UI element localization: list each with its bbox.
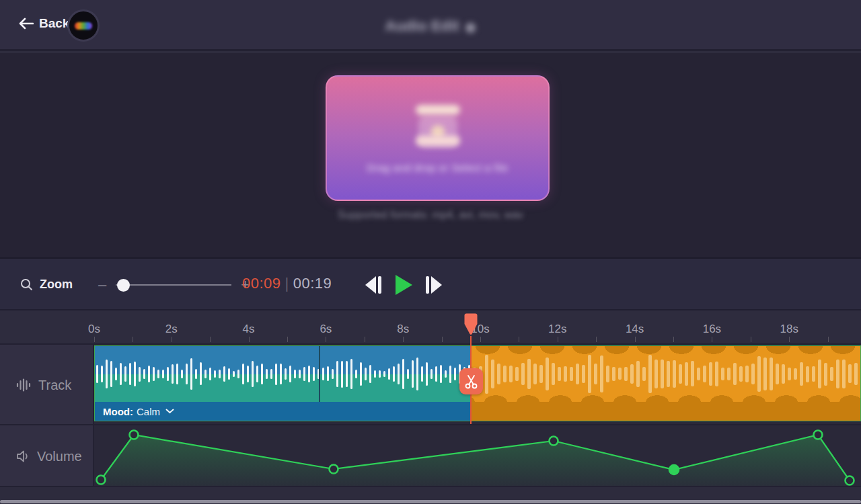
upload-icon-base bbox=[416, 136, 460, 146]
volume-point[interactable] bbox=[846, 476, 854, 485]
waveform-bar bbox=[806, 366, 809, 382]
clip-segment-calm[interactable]: Mood: Calm bbox=[95, 346, 472, 421]
ruler-tick bbox=[287, 337, 288, 342]
waveform-bar bbox=[757, 356, 761, 392]
waveform-bar bbox=[703, 366, 706, 383]
horizontal-scrollbar[interactable] bbox=[0, 500, 861, 503]
waveform-bar bbox=[369, 365, 371, 383]
step-forward-button[interactable] bbox=[426, 276, 442, 294]
waveform-bar bbox=[527, 359, 531, 389]
track-waveform-icon bbox=[16, 378, 32, 392]
clip-segment-new[interactable] bbox=[472, 346, 861, 421]
waveform-bar bbox=[552, 363, 555, 386]
volume-point[interactable] bbox=[814, 431, 823, 439]
waveform-bar bbox=[515, 367, 519, 381]
mood-value: Calm bbox=[137, 406, 160, 417]
waveform-bar bbox=[374, 370, 376, 378]
waveform-bar bbox=[233, 371, 235, 377]
logo-rainbow-icon bbox=[75, 22, 92, 30]
volume-point[interactable] bbox=[669, 465, 679, 474]
zoom-slider-knob[interactable] bbox=[117, 279, 130, 292]
clip-segment-divider[interactable] bbox=[319, 346, 320, 402]
waveform-bar bbox=[110, 361, 112, 386]
waveform-bar bbox=[594, 364, 597, 384]
volume-point[interactable] bbox=[550, 437, 558, 446]
waveform-bar bbox=[491, 360, 494, 388]
app-logo[interactable] bbox=[67, 9, 100, 42]
ruler-label: 0s bbox=[88, 323, 100, 336]
waveform-bar bbox=[383, 371, 385, 377]
waveform-bar bbox=[503, 366, 507, 382]
volume-envelope[interactable] bbox=[0, 425, 861, 487]
play-icon bbox=[395, 275, 412, 295]
waveform-bar bbox=[106, 360, 108, 388]
ruler-tick bbox=[326, 337, 326, 342]
step-back-button[interactable] bbox=[365, 276, 381, 294]
upload-dropzone[interactable]: Drag and drop or Select a file bbox=[326, 75, 550, 201]
waveform-bar bbox=[733, 363, 737, 386]
waveform-bar bbox=[181, 370, 183, 378]
waveform-bar bbox=[299, 370, 301, 379]
waveform-bar bbox=[393, 366, 395, 382]
waveform-bar bbox=[190, 358, 192, 390]
mood-dropdown[interactable]: Mood: Calm bbox=[95, 402, 472, 421]
waveform-bar bbox=[96, 365, 98, 382]
waveform-bar bbox=[533, 364, 537, 384]
ruler-tick bbox=[480, 337, 481, 342]
waveform-teal bbox=[95, 346, 472, 402]
waveform-bar bbox=[794, 368, 797, 380]
split-scissors-button[interactable] bbox=[459, 368, 483, 394]
waveform-bar bbox=[143, 369, 145, 379]
waveform-bar bbox=[285, 368, 287, 380]
waveform-bar bbox=[346, 361, 348, 387]
waveform-bar bbox=[360, 362, 362, 386]
waveform-bar bbox=[449, 366, 451, 383]
search-icon bbox=[20, 278, 33, 291]
waveform-bar bbox=[289, 366, 291, 382]
waveform-bar bbox=[303, 367, 305, 382]
waveform-bar bbox=[402, 359, 404, 389]
waveform-bar bbox=[256, 366, 258, 382]
waveform-bar bbox=[266, 369, 268, 379]
waveform-bar bbox=[416, 358, 418, 391]
volume-label-cell: Volume bbox=[0, 425, 94, 487]
ruler-tick bbox=[442, 337, 443, 342]
zoom-slider[interactable] bbox=[116, 284, 231, 286]
waveform-bar bbox=[223, 366, 225, 382]
back-button[interactable]: Back bbox=[19, 16, 69, 31]
waveform-bar bbox=[630, 364, 634, 383]
waveform-bar bbox=[430, 369, 433, 380]
zoom-out-button[interactable]: – bbox=[96, 276, 109, 294]
waveform-bar bbox=[379, 370, 381, 377]
play-button[interactable] bbox=[395, 275, 412, 295]
volume-point[interactable] bbox=[97, 476, 106, 485]
waveform-bar bbox=[412, 360, 414, 388]
waveform-bar bbox=[101, 366, 103, 382]
waveform-bar bbox=[854, 363, 858, 385]
ruler-tick bbox=[751, 337, 751, 342]
zoom-label: Zoom bbox=[40, 278, 73, 292]
waveform-bar bbox=[445, 370, 447, 378]
waveform-bar bbox=[200, 362, 202, 385]
ruler-tick bbox=[172, 337, 172, 342]
waveform-bar bbox=[195, 369, 197, 379]
waveform-bar bbox=[148, 366, 150, 382]
ruler-tick bbox=[635, 337, 636, 342]
volume-point[interactable] bbox=[130, 431, 139, 439]
page-title-blurred: Audio Edit bbox=[385, 17, 459, 35]
waveform-bar bbox=[539, 365, 543, 382]
track-label-cell: Track bbox=[0, 345, 94, 425]
timeline-ruler[interactable]: 0s2s4s6s8s10s12s14s16s18s bbox=[0, 310, 861, 343]
ruler-label: 14s bbox=[626, 323, 644, 336]
waveform-bar bbox=[763, 358, 767, 390]
waveform-bar bbox=[120, 363, 122, 386]
waveform-bar bbox=[679, 364, 682, 384]
waveform-bar bbox=[157, 370, 159, 379]
waveform-bar bbox=[521, 363, 525, 385]
waveform-bar bbox=[341, 361, 343, 388]
ruler-label: 16s bbox=[703, 323, 721, 336]
audio-clip[interactable]: Mood: Calm bbox=[94, 345, 861, 421]
playhead-pin[interactable] bbox=[464, 313, 478, 336]
time-display: 00:09|00:19 bbox=[242, 275, 332, 292]
volume-point[interactable] bbox=[330, 465, 338, 474]
